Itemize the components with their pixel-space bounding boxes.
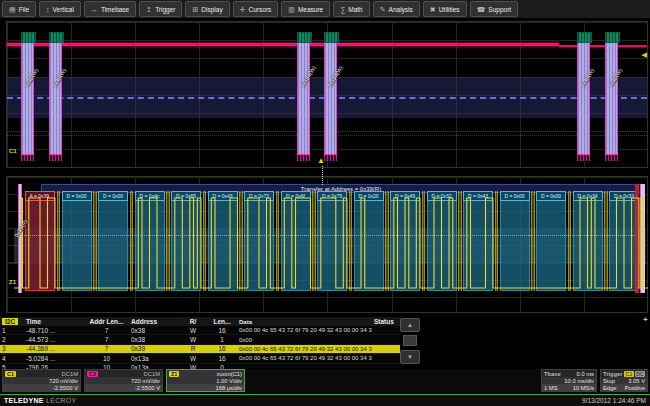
trigger-time-marker[interactable]: ▲ bbox=[317, 157, 325, 165]
protocol-badge: I2C bbox=[2, 318, 18, 325]
menu-file[interactable]: ▤File bbox=[2, 1, 36, 17]
analysis-icon: ✎ bbox=[380, 6, 386, 13]
scroll-up-button[interactable]: ▲ bbox=[400, 318, 420, 332]
trigger-mode: Stop bbox=[603, 378, 615, 384]
oscilloscope-app: ▤File↕Vertical↔Timebase↥Trigger⊞Display✛… bbox=[0, 0, 650, 406]
trigger-coupling-badge: DC bbox=[635, 371, 645, 377]
file-icon: ▤ bbox=[9, 6, 16, 13]
menu-timebase[interactable]: ↔Timebase bbox=[84, 1, 136, 17]
trigger-level: 3.05 V bbox=[628, 378, 645, 384]
timebase-descriptor[interactable]: Tbase 0.0 ms 10.0 ms/div 1 MS 10 MS/s bbox=[541, 369, 597, 392]
scroll-down-button[interactable]: ▼ bbox=[400, 350, 420, 364]
cell-num: 4 bbox=[0, 355, 24, 362]
cell-data: 0x00 00 4c 65 43 72 6f 79 20 49 32 43 00… bbox=[237, 327, 372, 333]
status-bar: TELEDYNE LECROY 9/13/2012 1:24:46 PM bbox=[0, 394, 650, 406]
trigger-descriptor[interactable]: Trigger C1DC Stop 3.05 V Edge Positive bbox=[600, 369, 648, 392]
trigger-type: Edge bbox=[603, 385, 617, 391]
z1-descriptor[interactable]: Z1 zoom(C1) 1.00 V/div 168 µs/div bbox=[166, 369, 245, 392]
menu-analysis[interactable]: ✎Analysis bbox=[373, 1, 420, 17]
col-addrlen[interactable]: Addr Len... bbox=[84, 318, 129, 325]
cell-rw: R bbox=[179, 345, 207, 352]
col-rw[interactable]: R/ bbox=[179, 318, 207, 325]
menu-cursors[interactable]: ✛Cursors bbox=[233, 1, 279, 17]
menu-display[interactable]: ⊞Display bbox=[185, 1, 229, 17]
table-row[interactable]: 1-48.710 ...70x38W160x00 00 4c 65 43 72 … bbox=[0, 326, 400, 335]
cell-rw: W bbox=[179, 327, 207, 334]
timebase-label: Tbase bbox=[544, 371, 561, 377]
display-icon: ⊞ bbox=[192, 6, 198, 13]
bus-bar-foot bbox=[605, 154, 618, 161]
zoom-waveform-grid[interactable]: Transfer at Address = 0x39(R) A = 0x39.D… bbox=[6, 176, 648, 313]
cell-time: -44.369 ... bbox=[24, 345, 84, 352]
bus-bar-cap bbox=[577, 32, 592, 43]
menu-label: Math bbox=[348, 6, 362, 13]
trigger-label: Trigger bbox=[603, 371, 623, 377]
col-address[interactable]: Address bbox=[129, 318, 179, 325]
table-row[interactable]: 3-44.369 ...70x39R160x00 00 4c 65 43 72 … bbox=[0, 345, 400, 354]
c1-offset: -2.5500 V bbox=[53, 385, 78, 391]
trigger-icon: ↥ bbox=[146, 6, 152, 13]
menu-support[interactable]: ☎Support bbox=[470, 1, 519, 17]
menu-trigger[interactable]: ↥Trigger bbox=[139, 1, 182, 17]
cell-addr: 0x38 bbox=[129, 327, 179, 334]
menu-label: File bbox=[19, 6, 29, 13]
menu-math[interactable]: ∑Math bbox=[333, 1, 369, 17]
bus-bar-cap bbox=[49, 32, 64, 43]
cell-len: 1 bbox=[207, 336, 237, 343]
cell-addr: 0x13a bbox=[129, 355, 179, 362]
bus-bar-cap bbox=[297, 32, 312, 43]
table-row[interactable]: 2-44.573 ...70x38W10x00 bbox=[0, 335, 400, 344]
bus-transaction-bar[interactable]: 0x38(W) bbox=[577, 33, 590, 160]
menu-vertical[interactable]: ↕Vertical bbox=[39, 1, 81, 17]
cell-len: 16 bbox=[207, 327, 237, 334]
cell-num: 3 bbox=[0, 345, 24, 352]
timebase-icon: ↔ bbox=[91, 6, 98, 13]
c2-badge: C2 bbox=[87, 371, 98, 377]
bus-transaction-bar[interactable]: 0x13a(W) bbox=[297, 33, 310, 160]
support-icon: ☎ bbox=[477, 6, 486, 13]
cell-time: -44.573 ... bbox=[24, 336, 84, 343]
scroll-thumb[interactable] bbox=[403, 335, 417, 346]
cell-num: 2 bbox=[0, 336, 24, 343]
menu-label: Measure bbox=[298, 6, 323, 13]
menu-label: Utilities bbox=[439, 6, 460, 13]
trigger-level-marker[interactable]: ◀ bbox=[642, 51, 647, 59]
datetime: 9/13/2012 1:24:46 PM bbox=[582, 397, 646, 404]
main-waveform-grid[interactable]: 0x38(W)0x38(W)0x13a(W)0x13a(W)0x38(W)0x3… bbox=[6, 21, 648, 168]
c1-coupling: DC1M bbox=[62, 371, 78, 377]
brand-logo: TELEDYNE LECROY bbox=[4, 397, 77, 404]
col-data[interactable]: Data bbox=[237, 319, 372, 325]
bus-transaction-bar[interactable]: 0x38(W) bbox=[605, 33, 618, 160]
menu-measure[interactable]: ▥Measure bbox=[281, 1, 330, 17]
cell-data: 0x00 00 4c 65 43 72 6f 79 20 49 32 43 00… bbox=[237, 355, 372, 361]
c2-descriptor[interactable]: C2 DC1M 720 mV/div -2.5500 V bbox=[84, 369, 163, 392]
cell-time: -5.0284 ... bbox=[24, 355, 84, 362]
bus-transaction-bar[interactable]: 0x38(W) bbox=[21, 33, 34, 160]
c1-descriptor[interactable]: C1 DC1M 720 mV/div -2.5500 V bbox=[2, 369, 81, 392]
table-header: I2C Time Addr Len... Address R/ Len... D… bbox=[0, 317, 400, 326]
cell-data: 0x00 bbox=[237, 337, 372, 343]
c1-trace bbox=[7, 43, 559, 46]
bus-transaction-bar[interactable]: 0x13a(W) bbox=[324, 33, 337, 160]
bus-bar-foot bbox=[324, 154, 337, 161]
col-len[interactable]: Len... bbox=[207, 318, 237, 325]
table-body: 1-48.710 ...70x38W160x00 00 4c 65 43 72 … bbox=[0, 326, 400, 373]
bus-transaction-bar[interactable]: 0x38(W) bbox=[49, 33, 62, 160]
z1-badge: Z1 bbox=[169, 371, 179, 377]
cell-rw: W bbox=[179, 336, 207, 343]
table-row[interactable]: 4-5.0284 ...100x13aW160x00 00 4c 65 43 7… bbox=[0, 354, 400, 363]
timebase-scale: 10.0 ms/div bbox=[564, 378, 594, 384]
vertical-icon: ↕ bbox=[46, 6, 50, 13]
table-expand-marker[interactable]: + bbox=[643, 315, 648, 324]
col-time[interactable]: Time bbox=[24, 318, 84, 325]
menu-label: Analysis bbox=[389, 6, 413, 13]
menu-utilities[interactable]: ✖Utilities bbox=[423, 1, 467, 17]
cell-num: 1 bbox=[0, 327, 24, 334]
menu-label: Timebase bbox=[101, 6, 129, 13]
timebase-offset: 0.0 ms bbox=[577, 371, 594, 377]
cell-alen: 10 bbox=[84, 355, 129, 362]
z1-timescale: 168 µs/div bbox=[215, 385, 242, 391]
table-scrollbar: ▲ ▼ bbox=[400, 318, 421, 367]
menu-label: Cursors bbox=[249, 6, 272, 13]
col-status[interactable]: Status bbox=[372, 318, 400, 325]
